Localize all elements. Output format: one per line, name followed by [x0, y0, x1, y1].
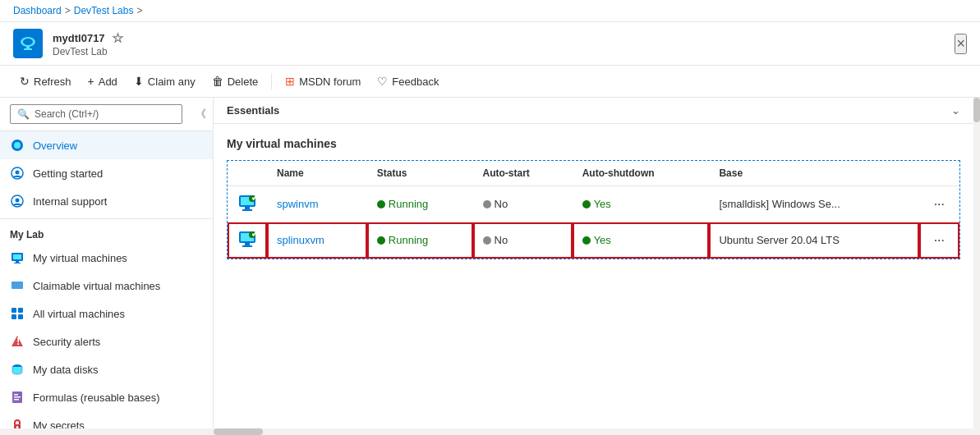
msdn-label: MSDN forum — [299, 76, 361, 88]
col-base[interactable]: Base — [709, 161, 918, 186]
sidebar-item-my-vms[interactable]: My virtual machines — [0, 244, 213, 272]
status-dot-running — [377, 236, 385, 245]
page-header: mydtl0717 ☆ DevTest Lab × — [0, 22, 980, 66]
vms-section-title: My virtual machines — [227, 137, 960, 150]
sidebar-item-internal-support[interactable]: Internal support — [0, 187, 213, 215]
col-name[interactable]: Name — [267, 161, 367, 186]
my-vms-icon — [10, 250, 25, 265]
essentials-chevron-icon[interactable]: ⌄ — [951, 104, 960, 117]
vm-more-actions[interactable]: ··· — [919, 222, 959, 259]
status-label: Running — [389, 234, 428, 246]
svg-point-7 — [16, 171, 20, 175]
delete-button[interactable]: 🗑 Delete — [205, 71, 265, 92]
sidebar-scroll: Overview Getting started Internal suppor… — [0, 131, 213, 428]
breadcrumb-devtest[interactable]: DevTest Labs — [74, 5, 134, 16]
feedback-button[interactable]: ♡ Feedback — [370, 71, 445, 92]
security-alerts-icon: ! — [10, 334, 25, 349]
content-scrollbar[interactable] — [973, 98, 980, 428]
svg-point-5 — [14, 142, 21, 149]
vm-autoshutdown: Yes — [573, 186, 710, 222]
svg-rect-3 — [24, 48, 32, 50]
add-button[interactable]: + Add — [81, 71, 124, 92]
sidebar-item-overview[interactable]: Overview — [0, 131, 213, 159]
svg-rect-37 — [245, 243, 250, 245]
claimable-vms-icon — [10, 278, 25, 293]
status-label: Running — [389, 198, 428, 210]
col-status[interactable]: Status — [367, 161, 473, 186]
sidebar-item-secrets[interactable]: My secrets — [0, 411, 213, 428]
svg-rect-12 — [16, 261, 19, 263]
essentials-bar: Essentials ⌄ — [214, 98, 973, 124]
vm-base: [smalldisk] Windows Se... — [709, 186, 918, 222]
svg-rect-32 — [242, 209, 252, 211]
vm-more-actions[interactable]: ··· — [919, 186, 959, 222]
autoshutdown-dot — [582, 236, 591, 245]
search-box[interactable]: 🔍 Search (Ctrl+/) — [10, 104, 182, 124]
breadcrumb-sep1: > — [65, 5, 71, 16]
svg-text:✓: ✓ — [251, 229, 258, 240]
vm-name[interactable]: splinuxvm — [267, 222, 367, 259]
svg-rect-14 — [12, 282, 23, 289]
vm-autostart: No — [473, 222, 573, 259]
main-layout: 🔍 Search (Ctrl+/) 《 Overview — [0, 98, 980, 428]
breadcrumb-sep2: > — [136, 5, 142, 16]
status-dot-running — [377, 200, 385, 208]
svg-text:✓: ✓ — [251, 193, 258, 204]
sidebar-item-security-alerts[interactable]: ! Security alerts — [0, 327, 213, 355]
my-lab-section-label: My Lab — [0, 222, 213, 244]
claim-any-button[interactable]: ⬇ Claim any — [127, 71, 202, 92]
toolbar-divider — [271, 73, 272, 89]
formulas-icon — [10, 390, 25, 405]
autostart-label: No — [495, 234, 508, 246]
col-autoshutdown[interactable]: Auto-shutdown — [573, 161, 710, 186]
svg-rect-25 — [14, 399, 19, 401]
favorite-star-icon[interactable]: ☆ — [112, 30, 123, 46]
sidebar-item-label-data-disks: My data disks — [33, 364, 98, 376]
vm-name[interactable]: spwinvm — [267, 186, 367, 222]
search-placeholder: Search (Ctrl+/) — [35, 108, 99, 120]
sidebar-item-formulas[interactable]: Formulas (reusable bases) — [0, 383, 213, 411]
breadcrumb-dashboard[interactable]: Dashboard — [13, 5, 62, 16]
vm-status: Running — [367, 222, 473, 259]
sidebar-item-claimable-vms[interactable]: Claimable virtual machines — [0, 272, 213, 300]
sidebar-item-label-my-vms: My virtual machines — [33, 252, 127, 264]
col-actions — [919, 161, 959, 186]
feedback-icon: ♡ — [377, 75, 388, 88]
sidebar-item-label-secrets: My secrets — [33, 419, 85, 429]
add-icon: + — [88, 75, 94, 88]
toolbar: ↻ Refresh + Add ⬇ Claim any 🗑 Delete ⊞ M… — [0, 66, 980, 98]
bottom-scrollbar[interactable] — [0, 428, 980, 435]
essentials-label: Essentials — [227, 104, 279, 117]
search-icon: 🔍 — [17, 108, 30, 120]
close-button[interactable]: × — [955, 34, 967, 54]
sidebar: 🔍 Search (Ctrl+/) 《 Overview — [0, 98, 214, 428]
resource-icon — [13, 29, 43, 58]
table-row[interactable]: ✓ splinuxvm Running — [228, 222, 959, 259]
vm-table: Name Status Auto-start Auto-shutdown Bas… — [228, 161, 959, 259]
sidebar-item-label-all-vms: All virtual machines — [33, 308, 125, 320]
svg-rect-31 — [245, 207, 250, 209]
col-autostart[interactable]: Auto-start — [473, 161, 573, 186]
more-actions-button[interactable]: ··· — [929, 195, 950, 213]
refresh-button[interactable]: ↻ Refresh — [13, 71, 78, 92]
scrollbar-thumb — [973, 98, 980, 122]
internal-support-icon — [10, 194, 25, 208]
refresh-label: Refresh — [34, 76, 71, 88]
svg-point-1 — [23, 39, 33, 45]
vm-icon-cell: ✓ — [228, 222, 267, 259]
delete-icon: 🗑 — [212, 75, 223, 88]
msdn-forum-button[interactable]: ⊞ MSDN forum — [278, 71, 367, 92]
add-label: Add — [99, 76, 117, 88]
autoshutdown-label: Yes — [594, 198, 611, 210]
sidebar-collapse-button[interactable]: 《 — [189, 102, 213, 126]
sidebar-item-data-disks[interactable]: My data disks — [0, 355, 213, 383]
svg-rect-15 — [12, 308, 16, 313]
sidebar-item-label-formulas: Formulas (reusable bases) — [33, 392, 160, 404]
sidebar-item-getting-started[interactable]: Getting started — [0, 159, 213, 187]
sidebar-item-label-internal-support: Internal support — [33, 195, 107, 208]
svg-rect-17 — [12, 314, 16, 319]
vm-icon-cell: ✓ — [228, 186, 267, 222]
more-actions-button[interactable]: ··· — [929, 231, 950, 250]
sidebar-item-all-vms[interactable]: All virtual machines — [0, 300, 213, 327]
table-row[interactable]: ✓ spwinvm Running — [228, 186, 959, 222]
